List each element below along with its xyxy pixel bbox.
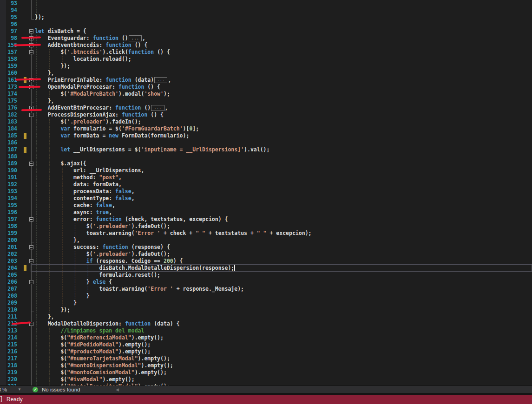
line-number[interactable]: 161 [0, 77, 17, 84]
code-line[interactable]: 95}); [0, 14, 532, 21]
fold-collapse-icon[interactable] [29, 280, 33, 284]
line-number[interactable]: 187 [0, 146, 17, 153]
line-number[interactable]: 188 [0, 153, 17, 160]
line-number[interactable]: 185 [0, 132, 17, 139]
code-line[interactable]: 159┊ ┊ }); [0, 63, 532, 70]
code-line[interactable]: 97let disBatch = { [0, 28, 532, 35]
line-number[interactable]: 93 [0, 0, 17, 7]
code-line[interactable]: 193┊ ┊ ┊ processData: false, [0, 188, 532, 195]
fold-collapse-icon[interactable] [29, 29, 33, 33]
code-line[interactable]: 212┊ ModalDetalleDispersion: function (d… [0, 320, 532, 327]
scroll-left-icon[interactable]: ◀ [116, 387, 119, 392]
code-line[interactable]: 158┊ ┊ ┊ location.reload(); [0, 56, 532, 63]
line-number[interactable]: 98 [0, 35, 17, 42]
code-line[interactable]: 200┊ ┊ ┊ }, [0, 237, 532, 244]
line-number[interactable]: 199 [0, 230, 17, 237]
collapsed-code-ellipsis[interactable]: ... [129, 35, 142, 41]
line-number[interactable]: 96 [0, 21, 17, 28]
line-number[interactable]: 207 [0, 286, 17, 293]
fold-collapse-icon[interactable] [29, 50, 33, 54]
zoom-level-control[interactable]: 3 % [0, 387, 7, 392]
line-number[interactable]: 214 [0, 334, 17, 341]
fold-collapse-icon[interactable] [29, 217, 33, 222]
line-number[interactable]: 201 [0, 244, 17, 251]
line-number[interactable]: 157 [0, 49, 17, 56]
code-line[interactable]: 188┊ ┊ [0, 153, 532, 160]
code-line[interactable]: 186┊ ┊ [0, 139, 532, 146]
line-number[interactable]: 197 [0, 216, 17, 223]
code-line[interactable]: 174┊ ┊ $('#ModalPreBatch').modal('show')… [0, 91, 532, 98]
line-number[interactable]: 158 [0, 56, 17, 63]
line-number[interactable]: 198 [0, 223, 17, 230]
code-line[interactable]: 187┊ ┊ let __UrlDispersions = $('input[n… [0, 146, 532, 153]
line-number[interactable]: 205 [0, 272, 17, 279]
code-line[interactable]: 206┊ ┊ ┊ ┊ } else { [0, 279, 532, 286]
line-number[interactable]: 191 [0, 174, 17, 181]
code-line[interactable]: 198┊ ┊ ┊ ┊ $('.preloader').fadeOut(); [0, 223, 532, 230]
code-line[interactable]: 94┊ [0, 7, 532, 14]
code-line[interactable]: 211┊ }, [0, 313, 532, 320]
code-line[interactable]: 219┊ ┊ $("#montoComisionModal").empty(); [0, 369, 532, 376]
code-line[interactable]: 203┊ ┊ ┊ ┊ if (response._Codigo == 200) … [0, 258, 532, 265]
line-number[interactable]: 183 [0, 118, 17, 125]
code-line[interactable]: 182┊ ProcessDispersionAjax: function () … [0, 111, 532, 118]
code-line[interactable]: 93┊ [0, 0, 532, 7]
line-number[interactable]: 189 [0, 160, 17, 167]
line-number[interactable]: 196 [0, 209, 17, 216]
code-line[interactable]: 157┊ ┊ $('.btnccdis').click(function () … [0, 49, 532, 56]
code-line[interactable]: 185┊ ┊ var formData = new FormData(formu… [0, 132, 532, 139]
code-line[interactable]: 190┊ ┊ ┊ url: __UrlDispersions, [0, 167, 532, 174]
code-line[interactable]: 220┊ ┊ $("#ivaModal").empty(); [0, 376, 532, 383]
line-number[interactable]: 215 [0, 341, 17, 348]
code-line[interactable]: 199┊ ┊ ┊ ┊ toastr.warning('Error ' + che… [0, 230, 532, 237]
issues-check-icon[interactable]: ✓ [33, 387, 38, 392]
code-line[interactable]: 207┊ ┊ ┊ ┊ ┊ toastr.warning('Error ' + r… [0, 286, 532, 293]
code-line[interactable]: 191┊ ┊ ┊ method: "post", [0, 174, 532, 181]
line-number[interactable]: 182 [0, 111, 17, 118]
line-number[interactable]: 97 [0, 28, 17, 35]
line-number[interactable]: 175 [0, 98, 17, 104]
collapsed-code-ellipsis[interactable]: ... [151, 105, 164, 111]
line-number[interactable]: 211 [0, 313, 17, 320]
line-number[interactable]: 192 [0, 181, 17, 188]
line-number[interactable]: 204 [0, 265, 17, 272]
line-number[interactable]: 193 [0, 188, 17, 195]
line-number[interactable]: 195 [0, 202, 17, 209]
code-line[interactable]: 202┊ ┊ ┊ ┊ $('.preloader').fadeOut(); [0, 251, 532, 258]
line-number[interactable]: 217 [0, 355, 17, 362]
fold-collapse-icon[interactable] [29, 162, 33, 166]
code-line[interactable]: 210┊ ┊ }); [0, 306, 532, 313]
line-number[interactable]: 186 [0, 139, 17, 146]
line-number[interactable]: 194 [0, 195, 17, 202]
line-number[interactable]: 174 [0, 91, 17, 98]
code-line[interactable]: 160┊ }, [0, 70, 532, 77]
code-line[interactable]: 96 [0, 21, 532, 28]
fold-collapse-icon[interactable] [29, 245, 33, 249]
line-number[interactable]: 160 [0, 70, 17, 77]
code-line[interactable]: 209┊ ┊ ┊ } [0, 300, 532, 306]
fold-collapse-icon[interactable] [29, 259, 33, 263]
code-line[interactable]: 215┊ ┊ $("#idPedidoModal").empty(); [0, 341, 532, 348]
line-number[interactable]: 176 [0, 104, 17, 111]
line-number[interactable]: 218 [0, 362, 17, 369]
code-line[interactable]: 197┊ ┊ ┊ error: function (check, textsta… [0, 216, 532, 223]
code-line[interactable]: 173┊ OpenModalPreProcesar: function () { [0, 84, 532, 91]
line-number[interactable]: 209 [0, 300, 17, 306]
line-number[interactable]: 190 [0, 167, 17, 174]
code-line[interactable]: 214┊ ┊ $("#idReferenciaModal").empty(); [0, 334, 532, 341]
line-number[interactable]: 173 [0, 84, 17, 91]
line-number[interactable]: 206 [0, 279, 17, 286]
line-number[interactable]: 220 [0, 376, 17, 383]
issues-status-label[interactable]: No issues found [42, 387, 80, 392]
code-line[interactable]: 217┊ ┊ $("#numeroTarjetasModal").empty()… [0, 355, 532, 362]
line-number[interactable]: 200 [0, 237, 17, 244]
line-number[interactable]: 208 [0, 293, 17, 300]
code-line[interactable]: 98┊ Eventguardar: function ()..., [0, 35, 532, 42]
line-number[interactable]: 213 [0, 327, 17, 334]
line-number[interactable]: 95 [0, 14, 17, 21]
code-line[interactable]: 196┊ ┊ ┊ async: true, [0, 209, 532, 216]
code-line[interactable]: 213┊ ┊ //Limpiamos span del modal [0, 327, 532, 334]
code-line[interactable]: 183┊ ┊ $('.preloader').fadeIn(); [0, 118, 532, 125]
line-number[interactable]: 216 [0, 348, 17, 355]
code-line[interactable]: 175┊ }, [0, 98, 532, 104]
